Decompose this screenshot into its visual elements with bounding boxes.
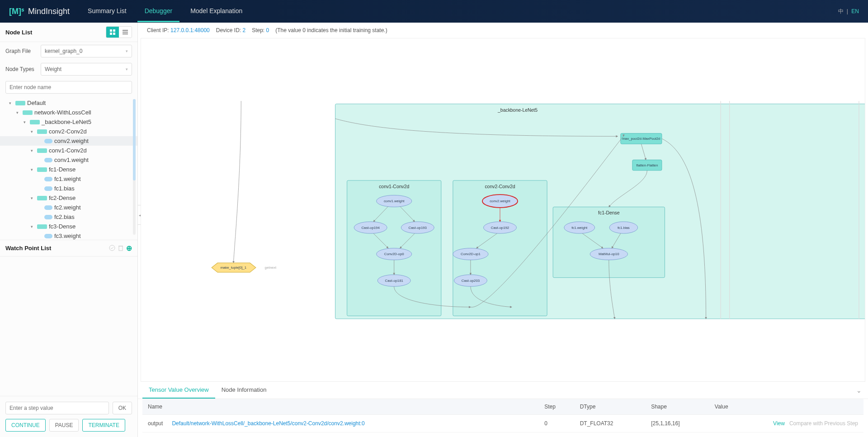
tree-branch[interactable]: ▾fc3-Dense: [0, 222, 137, 231]
tree-item-label: conv2.weight: [54, 138, 89, 144]
tree-item-label: conv1.weight: [54, 157, 89, 163]
fc1-bias-node[interactable]: fc1.bias: [618, 226, 630, 230]
conv1-weight-node[interactable]: conv1.weight: [384, 199, 405, 203]
node-search-input[interactable]: [5, 81, 132, 94]
row-path-link[interactable]: Default/network-WithLossCell/_backbone-L…: [172, 420, 364, 427]
leaf-tag-icon: [44, 158, 52, 162]
conv2-weight-node[interactable]: conv2.weight: [490, 199, 510, 203]
step-value-input[interactable]: [5, 402, 109, 414]
castop203-node[interactable]: Cast-op203: [462, 279, 480, 283]
watch-point-body: [0, 256, 137, 396]
view-link[interactable]: View: [773, 420, 785, 427]
tree-leaf[interactable]: conv2.weight: [0, 136, 137, 146]
top-nav: Summary List Debugger Model Explanation: [80, 1, 250, 22]
row-step: 0: [539, 415, 574, 432]
tree-leaf[interactable]: fc1.bias: [0, 184, 137, 193]
chevron-down-icon: ▾: [126, 49, 128, 53]
language-switch[interactable]: 中 | EN: [838, 8, 859, 15]
grid-view-toggle[interactable]: [106, 27, 119, 38]
conv2dop0-node[interactable]: Conv2D-op0: [384, 252, 404, 256]
getnext-label: getnext: [265, 266, 277, 270]
tree-branch[interactable]: ▾fc2-Dense: [0, 193, 137, 203]
grid-icon: [110, 29, 115, 35]
nav-debugger[interactable]: Debugger: [137, 1, 180, 22]
matmul-node[interactable]: MatMul-op10: [599, 252, 619, 256]
make-tuple-node[interactable]: make_tuple[0]_1: [221, 266, 247, 270]
svg-rect-8: [119, 246, 123, 251]
tree-branch[interactable]: ▾_backbone-LeNet5: [0, 117, 137, 127]
terminate-button[interactable]: TERMINATE: [82, 419, 125, 432]
pause-button[interactable]: PAUSE: [49, 419, 79, 432]
lang-zh[interactable]: 中: [838, 8, 844, 14]
fc1-weight-node[interactable]: fc1.weight: [571, 226, 588, 230]
castop181-node[interactable]: Cast-op181: [385, 279, 403, 283]
backbone-title: _backbone-LeNet5: [497, 108, 538, 113]
svg-rect-3: [113, 33, 115, 35]
castop193-node[interactable]: Cast-op193: [409, 226, 427, 230]
check-circle-icon[interactable]: [109, 245, 115, 251]
row-name: output: [148, 420, 163, 427]
tree-caret-icon[interactable]: ▾: [31, 148, 35, 153]
list-icon: [123, 29, 128, 35]
conv2dop1-node[interactable]: Conv2D-op1: [461, 252, 481, 256]
tree-leaf[interactable]: fc1.weight: [0, 174, 137, 184]
info-bar: Client IP: 127.0.0.1:48000 Device ID: 2 …: [138, 23, 868, 38]
scrollbar-thumb[interactable]: [133, 99, 136, 180]
tree-caret-icon[interactable]: ▾: [31, 224, 35, 229]
nav-summary-list[interactable]: Summary List: [80, 1, 134, 22]
tree-item-label: fc1-Dense: [49, 166, 75, 173]
leaf-tag-icon: [44, 205, 52, 210]
trash-icon[interactable]: [118, 245, 123, 251]
tree-item-label: fc2.weight: [54, 204, 81, 211]
node-types-row: Node Types Weight ▾: [0, 60, 137, 78]
tree-caret-icon[interactable]: ▾: [31, 167, 35, 172]
tree-leaf[interactable]: conv1.weight: [0, 155, 137, 165]
maxpool-node[interactable]: max_pool2d-MaxPool2d: [622, 137, 660, 141]
tree-branch[interactable]: ▾fc1-Dense: [0, 165, 137, 174]
step-value: 0: [266, 27, 269, 33]
detail-tabs: Tensor Value Overview Node Information ⌄: [138, 382, 868, 399]
castop192-node[interactable]: Cast-op192: [491, 226, 509, 230]
continue-button[interactable]: CONTINUE: [5, 419, 46, 432]
tree-branch[interactable]: ▾conv1-Conv2d: [0, 146, 137, 155]
tree-caret-icon[interactable]: ▾: [24, 120, 28, 124]
tree-leaf[interactable]: fc3.weight: [0, 231, 137, 240]
tree-item-label: conv1-Conv2d: [49, 147, 87, 154]
chevron-down-icon[interactable]: ⌄: [854, 385, 863, 396]
tree-branch[interactable]: ▾conv2-Conv2d: [0, 127, 137, 136]
node-tree[interactable]: ▾Default▾network-WithLossCell▾_backbone-…: [0, 96, 137, 240]
node-list-title: Node List: [5, 29, 32, 36]
flatten-node[interactable]: flatten-Flatten: [637, 163, 658, 167]
tree-caret-icon[interactable]: ▾: [31, 129, 35, 134]
branch-tag-icon: [37, 167, 47, 172]
tree-item-label: Default: [27, 100, 46, 106]
device-id-value: 2: [242, 27, 245, 33]
tree-branch[interactable]: ▾network-WithLossCell: [0, 108, 137, 117]
tree-caret-icon[interactable]: ▾: [16, 110, 21, 115]
tab-node-info[interactable]: Node Information: [215, 382, 273, 399]
col-name: Name: [142, 399, 539, 415]
tree-item-label: fc3-Dense: [49, 223, 75, 230]
compare-link[interactable]: Compare with Previous Step: [789, 420, 858, 427]
nav-model-explanation[interactable]: Model Explanation: [183, 1, 250, 22]
lang-en[interactable]: EN: [851, 8, 859, 14]
watch-point-actions: ⊕: [109, 244, 132, 252]
content-area: ◀ Client IP: 127.0.0.1:48000 Device ID: …: [138, 23, 868, 437]
leaf-tag-icon: [44, 139, 52, 143]
graph-canvas[interactable]: _backbone-LeNet5 make_tuple[0]_1 getnext…: [141, 38, 865, 382]
tab-tensor-value[interactable]: Tensor Value Overview: [142, 382, 215, 399]
tree-leaf[interactable]: fc2.weight: [0, 203, 137, 212]
row-shape: [25,1,16,16]: [646, 415, 709, 432]
conv2-cluster-title: conv2-Conv2d: [485, 184, 515, 189]
tree-caret-icon[interactable]: ▾: [31, 196, 35, 200]
castop194-node[interactable]: Cast-op194: [361, 226, 380, 230]
plus-icon[interactable]: ⊕: [126, 244, 132, 252]
graph-file-select[interactable]: kernel_graph_0 ▾: [41, 45, 132, 57]
tree-branch[interactable]: ▾Default: [0, 98, 137, 108]
node-types-select[interactable]: Weight ▾: [41, 63, 132, 76]
tree-caret-icon[interactable]: ▾: [9, 101, 14, 105]
ok-button[interactable]: OK: [113, 402, 132, 414]
list-view-toggle[interactable]: [119, 27, 132, 38]
tree-leaf[interactable]: fc2.bias: [0, 212, 137, 222]
branch-tag-icon: [37, 224, 47, 229]
